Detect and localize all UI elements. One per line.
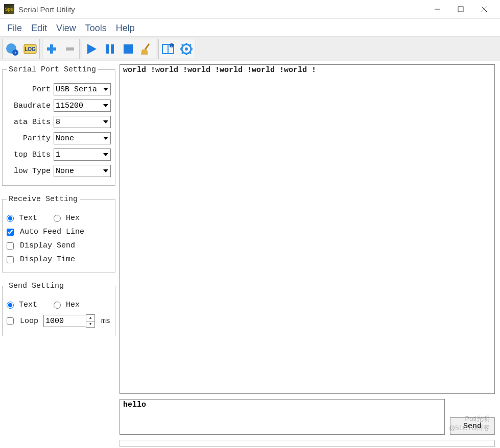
send-text-label: Text [19, 301, 37, 309]
send-text-radio[interactable] [7, 302, 14, 309]
loop-spin[interactable]: ▲▼ [86, 314, 95, 328]
display-time-label: Display Time [20, 255, 75, 264]
broom-button[interactable] [137, 40, 156, 58]
settings-button[interactable] [177, 40, 196, 58]
content: world !world !world !world !world !world… [118, 61, 500, 448]
pause-button[interactable] [101, 40, 119, 58]
stop-bits-label: top Bits [7, 151, 51, 159]
svg-text:+: + [14, 51, 17, 55]
status-slot [120, 440, 495, 447]
send-button[interactable]: Send [450, 417, 495, 435]
receive-text-radio[interactable] [7, 215, 14, 222]
menu-help[interactable]: Help [112, 22, 139, 35]
loop-unit: ms [101, 317, 110, 326]
loop-label: Loop [20, 317, 38, 326]
data-bits-label: ata Bits [7, 118, 51, 127]
svg-rect-1 [458, 7, 463, 12]
svg-line-30 [189, 44, 191, 46]
add-device-icon: + [5, 42, 18, 56]
display-send-checkbox[interactable] [7, 242, 14, 250]
menu-edit[interactable]: Edit [27, 22, 51, 35]
send-group: Send Setting Text Hex Loop ▲▼ ms [2, 282, 115, 336]
minimize-button[interactable] [425, 1, 449, 17]
svg-text:LOG: LOG [25, 46, 36, 52]
receive-legend: Receive Setting [7, 195, 80, 204]
minus-icon [64, 43, 76, 55]
send-legend: Send Setting [7, 282, 66, 290]
receive-hex-radio[interactable] [54, 215, 61, 222]
svg-text:+: + [171, 44, 173, 47]
window-title: Serial Port Utility [18, 5, 425, 14]
port-label: Port [7, 85, 51, 94]
add-device-button[interactable]: + [3, 40, 21, 58]
menubar: File Edit View Tools Help [0, 19, 500, 36]
send-input[interactable] [120, 399, 445, 435]
play-button[interactable] [82, 40, 101, 58]
serial-port-legend: Serial Port Setting [7, 65, 98, 74]
plus-button[interactable] [42, 40, 61, 58]
display-time-checkbox[interactable] [7, 256, 14, 263]
flow-label: low Type [7, 167, 51, 176]
svg-rect-13 [106, 44, 109, 54]
baud-label: Baudrate [7, 102, 51, 110]
sidebar: Serial Port Setting Port USB Seria Baudr… [0, 61, 118, 448]
svg-rect-15 [124, 44, 133, 54]
port-select[interactable]: USB Seria [54, 83, 111, 95]
receive-group: Receive Setting Text Hex Auto Feed Line … [2, 195, 115, 272]
svg-line-31 [182, 52, 183, 54]
play-icon [84, 42, 99, 56]
app-icon: Spu [4, 4, 14, 14]
receive-hex-label: Hex [66, 214, 80, 222]
display-send-label: Display Send [20, 241, 75, 250]
loop-interval-input[interactable] [43, 315, 86, 327]
parity-select[interactable]: None [54, 132, 111, 144]
svg-point-23 [185, 47, 188, 51]
loop-checkbox[interactable] [7, 317, 14, 325]
plus-icon [45, 43, 58, 55]
menu-file[interactable]: File [3, 22, 26, 35]
pause-icon [103, 42, 116, 56]
log-button[interactable]: LOG [21, 40, 39, 58]
stop-icon [122, 42, 135, 56]
minus-button[interactable] [61, 40, 79, 58]
send-hex-radio[interactable] [54, 302, 61, 309]
menu-view[interactable]: View [52, 22, 80, 35]
auto-feed-checkbox[interactable] [7, 229, 14, 236]
gear-icon [180, 42, 193, 56]
stop-bits-select[interactable]: 1 [54, 148, 111, 161]
parity-label: Parity [7, 134, 51, 143]
serial-port-group: Serial Port Setting Port USB Seria Baudr… [2, 65, 115, 186]
maximize-button[interactable] [449, 1, 472, 17]
receive-text-label: Text [19, 214, 37, 222]
svg-marker-12 [87, 44, 97, 54]
data-bits-select[interactable]: 8 [54, 116, 111, 128]
broom-icon [140, 42, 153, 56]
stop-button[interactable] [119, 40, 137, 58]
menu-tools[interactable]: Tools [81, 22, 111, 35]
send-hex-label: Hex [66, 301, 80, 309]
log-icon: LOG [23, 43, 37, 55]
toolbar: + LOG + [0, 36, 500, 61]
baud-select[interactable]: 115200 [54, 99, 111, 112]
columns-icon: + [161, 43, 175, 55]
output-area[interactable]: world !world !world !world !world !world… [120, 64, 495, 394]
close-button[interactable] [472, 1, 496, 17]
titlebar: Spu Serial Port Utility [0, 0, 500, 19]
columns-button[interactable]: + [159, 40, 177, 58]
flow-select[interactable]: None [54, 165, 111, 177]
svg-marker-17 [141, 49, 148, 55]
auto-feed-label: Auto Feed Line [20, 228, 84, 236]
svg-rect-14 [111, 44, 114, 54]
svg-line-28 [182, 44, 183, 46]
svg-line-16 [145, 44, 149, 49]
svg-line-29 [189, 52, 191, 54]
